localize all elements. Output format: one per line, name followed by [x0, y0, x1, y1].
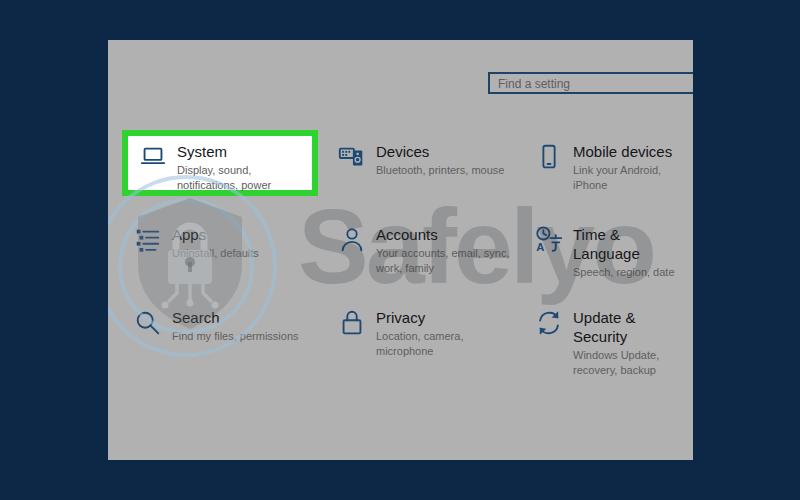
tile-devices[interactable]: Devices Bluetooth, printers, mouse — [326, 128, 523, 211]
tile-search[interactable]: Search Find my files, permissions — [122, 294, 326, 377]
svg-text:A: A — [536, 241, 544, 253]
tile-title: System — [177, 142, 308, 161]
tile-privacy[interactable]: Privacy Location, camera, microphone — [326, 294, 523, 377]
tile-update-security[interactable]: Update & Security Windows Update, recove… — [523, 294, 693, 377]
tile-title: Devices — [376, 142, 504, 161]
app-list-icon — [133, 225, 163, 255]
smartphone-icon — [534, 142, 564, 172]
tile-mobile-devices[interactable]: Mobile devices Link your Android, iPhone — [523, 128, 693, 211]
tile-title: Accounts — [376, 225, 519, 244]
tile-subtitle: Speech, region, date — [573, 265, 689, 280]
tile-subtitle: Bluetooth, printers, mouse — [376, 163, 504, 178]
tile-title: Privacy — [376, 308, 519, 327]
tile-title: Search — [172, 308, 299, 327]
tile-subtitle: Your accounts, email, sync, work, family — [376, 246, 519, 276]
laptop-icon — [138, 142, 168, 172]
tile-system[interactable]: System Display, sound, notifications, po… — [122, 130, 318, 196]
windows-settings-window: System Display, sound, notifications, po… — [108, 40, 693, 460]
search-box[interactable] — [488, 72, 693, 94]
magnifier-icon — [133, 308, 163, 338]
tile-title: Update & Security — [573, 308, 689, 346]
tile-subtitle: Location, camera, microphone — [376, 329, 519, 359]
tile-title: Mobile devices — [573, 142, 689, 161]
person-icon — [337, 225, 367, 255]
tile-title: Apps — [172, 225, 259, 244]
tile-title: Time & Language — [573, 225, 689, 263]
tile-accounts[interactable]: Accounts Your accounts, email, sync, wor… — [326, 211, 523, 294]
tile-time-language[interactable]: A Time & Language Speech, region, date — [523, 211, 693, 294]
tile-apps[interactable]: Apps Uninstall, defaults — [122, 211, 326, 294]
tile-subtitle: Link your Android, iPhone — [573, 163, 689, 193]
tile-subtitle: Windows Update, recovery, backup — [573, 348, 689, 378]
search-input[interactable] — [490, 75, 693, 93]
clock-language-icon: A — [534, 225, 564, 255]
tile-subtitle: Find my files, permissions — [172, 329, 299, 344]
padlock-icon — [337, 308, 367, 338]
settings-tile-grid: System Display, sound, notifications, po… — [122, 128, 693, 377]
tile-subtitle: Uninstall, defaults — [172, 246, 259, 261]
sync-arrows-icon — [534, 308, 564, 338]
tile-subtitle: Display, sound, notifications, power — [177, 163, 308, 193]
keyboard-device-icon — [337, 142, 367, 172]
